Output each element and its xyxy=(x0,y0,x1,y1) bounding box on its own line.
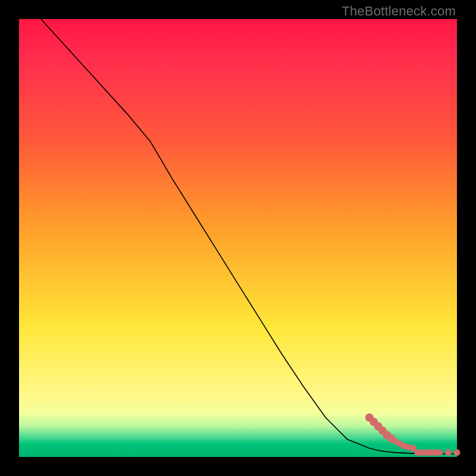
marker-point xyxy=(454,449,461,456)
plot-svg xyxy=(19,19,457,457)
marker-point xyxy=(445,449,452,456)
plot-area xyxy=(19,19,457,457)
bottleneck-curve xyxy=(41,19,457,454)
marker-point xyxy=(436,449,443,456)
highlighted-markers xyxy=(365,414,461,456)
watermark-text: TheBottleneck.com xyxy=(342,4,456,19)
